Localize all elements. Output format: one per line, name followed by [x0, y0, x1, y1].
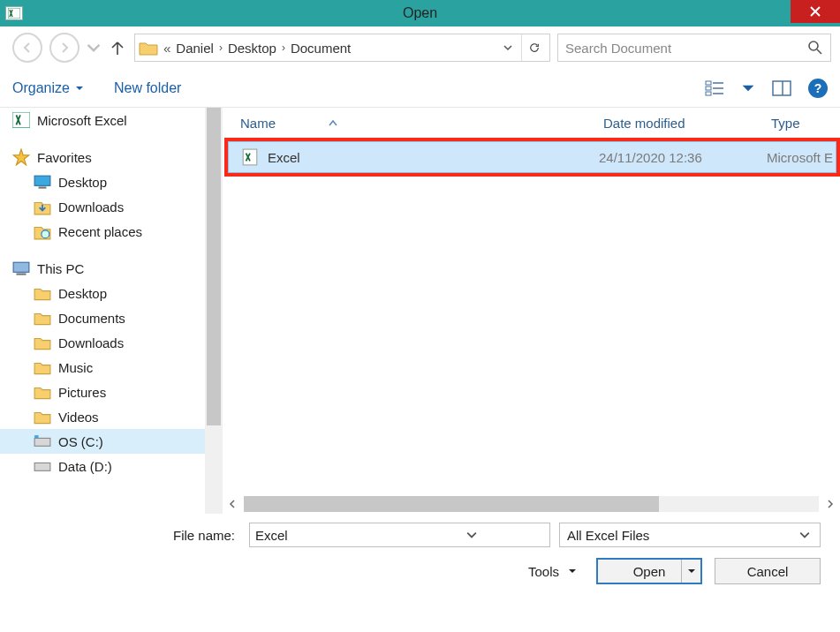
file-pane: Name Date modified Type Excel 24/11/2020… [223, 108, 840, 514]
breadcrumb[interactable]: « Daniel › Desktop › Document [163, 41, 495, 56]
forward-button[interactable] [49, 33, 79, 63]
close-button[interactable] [791, 0, 840, 23]
sidebar-item-label: Recent places [58, 224, 142, 239]
sidebar-pc-videos[interactable]: Videos [0, 404, 205, 429]
file-type-filter[interactable]: All Excel Files [559, 523, 821, 547]
address-bar[interactable]: « Daniel › Desktop › Document [134, 34, 550, 62]
folder-icon [34, 285, 51, 301]
pc-icon [12, 260, 30, 276]
sidebar-item-label: Downloads [58, 335, 124, 350]
refresh-button[interactable] [521, 34, 546, 61]
recent-locations-dropdown[interactable] [87, 41, 101, 55]
filename-input[interactable]: Excel [249, 523, 550, 547]
sidebar-drive-d[interactable]: Data (D:) [0, 454, 205, 478]
col-type[interactable]: Type [771, 116, 840, 131]
scroll-left-icon[interactable] [224, 496, 240, 512]
search-input[interactable] [565, 41, 802, 56]
recent-icon [34, 223, 51, 239]
tools-menu[interactable]: Tools [528, 564, 577, 579]
sidebar-pc-documents[interactable]: Documents [0, 305, 205, 330]
svg-rect-14 [34, 435, 38, 438]
sidebar-item-label: OS (C:) [58, 434, 103, 449]
drive-icon [34, 433, 51, 449]
svg-rect-15 [34, 463, 50, 471]
sidebar-item-label: Pictures [58, 385, 106, 400]
sidebar-item-label: Favorites [37, 150, 92, 165]
sidebar-pc-downloads[interactable]: Downloads [0, 330, 205, 355]
preview-pane-button[interactable] [771, 78, 792, 99]
breadcrumb-part[interactable]: Daniel [176, 41, 214, 56]
cancel-button[interactable]: Cancel [715, 558, 821, 584]
chevron-right-icon: › [219, 41, 223, 54]
drive-icon [34, 458, 51, 474]
open-split-dropdown[interactable] [681, 560, 700, 583]
col-date[interactable]: Date modified [603, 116, 771, 131]
filter-label: All Excel Files [567, 528, 797, 543]
chevron-down-icon[interactable] [797, 530, 813, 540]
svg-point-10 [42, 230, 49, 238]
breadcrumb-part[interactable]: Document [291, 41, 351, 56]
sidebar-fav-downloads[interactable]: Downloads [0, 194, 205, 219]
sidebar-pc-music[interactable]: Music [0, 355, 205, 380]
svg-rect-5 [773, 81, 791, 95]
title-bar: Open [0, 0, 840, 26]
horizontal-scrollbar[interactable] [223, 494, 840, 514]
star-icon [12, 149, 30, 165]
sidebar-favorites[interactable]: Favorites [0, 145, 205, 169]
col-name[interactable]: Name [240, 116, 603, 131]
sidebar-scrollbar[interactable] [205, 108, 223, 514]
sidebar-excel[interactable]: Microsoft Excel [0, 108, 205, 132]
breadcrumb-part[interactable]: Desktop [228, 41, 276, 56]
search-box[interactable] [557, 34, 831, 62]
chevron-down-icon[interactable] [400, 530, 545, 540]
address-dropdown[interactable] [500, 42, 516, 53]
toolbar: Organize New folder ? [0, 69, 840, 108]
sidebar: Microsoft Excel Favorites Desktop Downlo… [0, 108, 205, 514]
svg-rect-9 [39, 187, 47, 189]
filename-value: Excel [255, 528, 400, 543]
sidebar-fav-desktop[interactable]: Desktop [0, 169, 205, 194]
back-button[interactable] [12, 33, 42, 63]
folder-icon [34, 359, 51, 375]
view-options-button[interactable] [704, 78, 725, 99]
sidebar-drive-c[interactable]: OS (C:) [0, 429, 205, 454]
file-row[interactable]: Excel 24/11/2020 12:36 Microsoft E [228, 141, 836, 173]
scrollbar-thumb[interactable] [207, 108, 221, 425]
sidebar-thispc[interactable]: This PC [0, 256, 205, 281]
svg-rect-2 [706, 81, 711, 85]
open-label: Open [633, 564, 666, 579]
search-icon[interactable] [807, 40, 823, 56]
scrollbar-thumb[interactable] [244, 496, 659, 512]
svg-rect-7 [12, 112, 30, 128]
chevron-right-icon: › [282, 41, 285, 54]
view-dropdown[interactable] [741, 81, 755, 95]
app-icon [5, 6, 23, 20]
scroll-right-icon[interactable] [822, 496, 838, 512]
sidebar-item-label: Music [58, 360, 93, 375]
excel-icon [12, 112, 30, 128]
file-type: Microsoft E [767, 150, 836, 165]
tools-label: Tools [528, 564, 559, 579]
breadcrumb-ellipsis[interactable]: « [163, 41, 170, 56]
svg-point-1 [809, 41, 818, 50]
sort-asc-icon [329, 119, 337, 126]
help-button[interactable]: ? [808, 79, 828, 98]
folder-icon [34, 384, 51, 400]
sidebar-pc-desktop[interactable]: Desktop [0, 281, 205, 305]
new-folder-button[interactable]: New folder [114, 80, 181, 96]
folder-icon [34, 409, 51, 425]
filename-label: File name: [19, 528, 240, 543]
sidebar-item-label: Desktop [58, 175, 107, 190]
sidebar-item-label: Videos [58, 410, 99, 425]
sidebar-pc-pictures[interactable]: Pictures [0, 380, 205, 404]
organize-menu[interactable]: Organize [12, 80, 84, 96]
folder-icon [34, 335, 51, 350]
sidebar-item-label: Desktop [58, 286, 107, 301]
sidebar-item-label: Downloads [58, 199, 124, 214]
scroll-track[interactable] [244, 496, 819, 512]
sidebar-fav-recent[interactable]: Recent places [0, 219, 205, 244]
excel-file-icon [241, 148, 259, 166]
sidebar-item-label: Data (D:) [58, 459, 112, 474]
up-button[interactable] [108, 38, 127, 57]
open-button[interactable]: Open [596, 558, 702, 584]
